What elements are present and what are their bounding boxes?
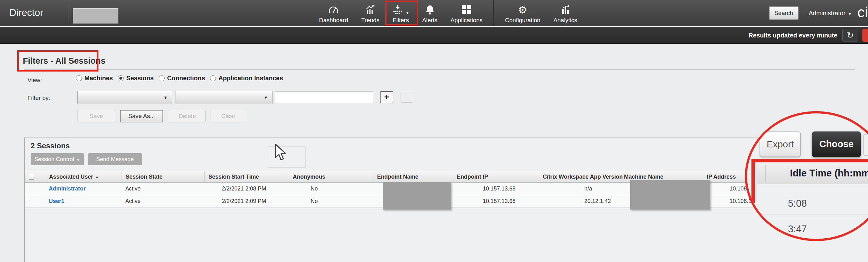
citrix-logo-partial: ci [857, 4, 868, 21]
cell-endpoint-ip: 10.157.13.68 [453, 198, 539, 204]
director-logo: Director [9, 0, 43, 26]
nav-item-alerts[interactable]: Alerts [415, 0, 444, 26]
column-header-associated-user[interactable]: Associated User ▲ [45, 171, 122, 183]
idle-time-red-annotation-top [751, 159, 868, 162]
save-button[interactable]: Save [78, 110, 115, 122]
nav-item-dashboard[interactable]: Dashboard [312, 0, 354, 26]
sort-ascending-icon: ▲ [95, 175, 99, 178]
cell-anonymous: No [289, 186, 373, 192]
select-all-checkbox[interactable] [29, 174, 34, 179]
idle-time-red-annotation-left [751, 159, 755, 203]
filter-value-input[interactable] [275, 92, 373, 103]
nav-divider [493, 0, 494, 26]
radio-machines[interactable]: Machines [76, 75, 113, 82]
idle-time-column-label: Idle Time (hh:mm) [775, 162, 868, 184]
configuration-gear-icon: ⚙ [518, 4, 527, 15]
trends-chart-icon [365, 4, 376, 15]
export-button[interactable]: Export [760, 131, 801, 157]
nav-item-trends[interactable]: Trends [354, 0, 386, 26]
column-header-anonymous[interactable]: Anonymous [289, 171, 373, 183]
cell-workspace-app-version: 20.12.1.42 [539, 198, 620, 204]
nav-item-filters[interactable]: ▼ Filters [386, 0, 415, 26]
nav-item-configuration[interactable]: ⚙ Configuration [498, 0, 547, 26]
delete-button[interactable]: Delete [169, 110, 206, 122]
radio-circle-icon [159, 75, 165, 81]
radio-label: Sessions [126, 75, 154, 82]
radio-sessions[interactable]: Sessions [118, 75, 154, 82]
select-all-cell [25, 171, 45, 183]
refresh-status-text: Results updated every minute [748, 27, 837, 44]
nav-item-analytics[interactable]: Analytics [547, 0, 584, 26]
nav-label: Applications [451, 17, 483, 24]
remove-filter-button[interactable]: − [401, 92, 413, 103]
cell-session-start-time: 2/2/2021 2:08 PM [204, 186, 289, 192]
nav-label: Trends [361, 17, 379, 24]
send-message-button[interactable]: Send Message [88, 153, 142, 165]
session-control-label: Session Control [34, 156, 74, 162]
choose-columns-button[interactable]: Choose [812, 131, 861, 157]
search-button[interactable]: Search [769, 6, 798, 20]
redacted-machine-name-box [630, 180, 710, 209]
main-nav: Dashboard Trends ▼ Filters Alerts [312, 0, 584, 26]
column-header-session-state[interactable]: Session State [122, 171, 204, 183]
clear-button[interactable]: Clear [211, 110, 246, 122]
row-checkbox-cell [25, 198, 45, 204]
cell-associated-user[interactable]: Administrator [45, 186, 122, 192]
cell-session-start-time: 2/2/2021 2:09 PM [204, 198, 289, 204]
cell-endpoint-ip: 10.157.13.68 [453, 186, 539, 192]
row-checkbox[interactable] [29, 185, 29, 192]
redacted-endpoint-name-box [383, 182, 451, 209]
row-checkbox-cell [25, 186, 45, 192]
brand-divider [68, 5, 68, 22]
radio-circle-selected-icon [118, 75, 124, 81]
alert-red-button-partial[interactable] [862, 29, 868, 42]
column-divider [765, 165, 766, 182]
column-header-endpoint-name[interactable]: Endpoint Name [373, 171, 453, 183]
redacted-site-name-box [73, 8, 118, 24]
filter-by-label: Filter by: [28, 95, 50, 101]
user-menu-label: Administrator [809, 10, 845, 17]
row-separator [756, 215, 868, 215]
radio-application-instances[interactable]: Application Instances [210, 75, 283, 82]
radio-connections[interactable]: Connections [159, 75, 205, 82]
column-header-idle-time[interactable]: Idle Time (hh:mm) [755, 162, 868, 184]
refresh-button[interactable]: ↻ [842, 29, 858, 42]
add-filter-button[interactable]: + [380, 91, 393, 103]
filter-field-dropdown[interactable]: ▼ [78, 91, 172, 104]
user-menu-administrator[interactable]: Administrator▼ [809, 0, 852, 27]
column-label: Associated User [49, 174, 93, 180]
save-as-button[interactable]: Save As... [120, 110, 163, 122]
nav-label: Analytics [553, 17, 577, 24]
radio-label: Machines [84, 75, 113, 82]
cell-workspace-app-version: n/a [539, 186, 620, 192]
filter-operator-dropdown[interactable]: ▼ [176, 91, 273, 104]
choose-button-edge [863, 134, 868, 156]
column-header-endpoint-ip[interactable]: Endpoint IP [453, 171, 539, 183]
nav-label: Filters [393, 17, 409, 24]
nav-label: Configuration [505, 17, 540, 24]
cell-session-state: Active [122, 198, 204, 204]
applications-grid-icon [462, 4, 471, 15]
cell-associated-user[interactable]: User1 [45, 198, 122, 204]
session-control-button[interactable]: Session Control▼ [31, 153, 84, 165]
analytics-bars-icon [560, 4, 570, 15]
alerts-bell-icon [425, 4, 435, 15]
page-title: Filters - All Sessions [23, 56, 105, 66]
column-header-session-start-time[interactable]: Session Start Time [204, 171, 289, 183]
radio-circle-icon [76, 75, 82, 81]
cell-session-state: Active [122, 186, 204, 192]
nav-label: Alerts [422, 17, 437, 24]
chevron-down-icon: ▼ [406, 11, 409, 15]
chevron-down-icon: ▼ [264, 95, 268, 100]
radio-label: Connections [167, 75, 205, 82]
idle-time-value: 5:08 [756, 196, 838, 211]
chevron-down-icon: ▼ [76, 158, 80, 162]
title-divider-line [24, 69, 855, 70]
sessions-count-title: 2 Sessions [31, 141, 70, 150]
filters-icon: ▼ [393, 4, 409, 15]
chevron-down-icon: ▼ [848, 12, 852, 16]
cell-anonymous: No [289, 198, 373, 204]
row-checkbox[interactable] [29, 198, 29, 204]
nav-item-applications[interactable]: Applications [444, 0, 489, 26]
column-header-workspace-app-version[interactable]: Citrix Workspace App Version [539, 171, 620, 183]
